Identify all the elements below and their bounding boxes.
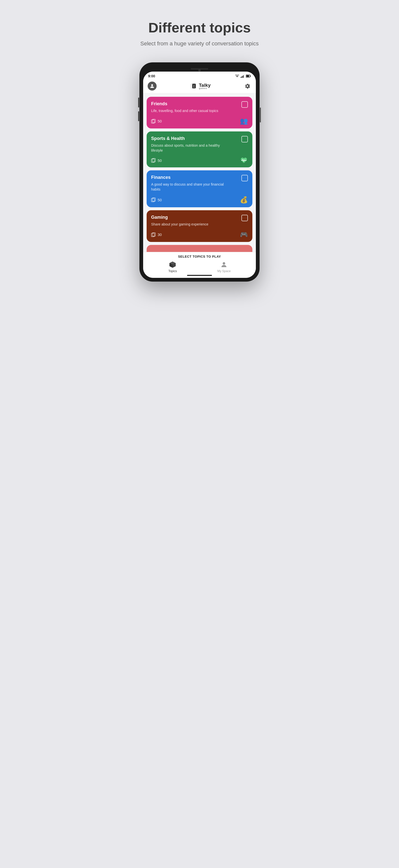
heartbeat-icon bbox=[240, 157, 248, 164]
phone-camera bbox=[198, 69, 201, 71]
topic-desc-sports: Discuss about sports, nutrition and a he… bbox=[151, 143, 231, 153]
signal-icon bbox=[241, 74, 245, 78]
topic-desc-finances: A good way to discuss and share your fin… bbox=[151, 182, 231, 192]
topic-icon-friends: 👥 bbox=[240, 117, 248, 125]
bottom-nav: SELECT TOPICS TO PLAY Topics bbox=[143, 252, 256, 278]
topic-desc-gaming: Share about your gaming experience bbox=[151, 222, 231, 227]
cards-icon bbox=[151, 197, 156, 202]
topic-title-friends: Friends bbox=[151, 101, 248, 106]
power-button bbox=[260, 107, 261, 122]
home-indicator bbox=[187, 275, 212, 276]
logo-icon: [ bbox=[189, 82, 197, 90]
topic-checkbox-finances[interactable] bbox=[241, 175, 248, 181]
settings-button[interactable] bbox=[243, 82, 251, 90]
topic-count-friends: 50 bbox=[151, 119, 162, 123]
status-icons bbox=[235, 74, 251, 78]
nav-tab-myspace-label: My Space bbox=[217, 269, 231, 273]
cards-icon bbox=[151, 232, 156, 237]
page-title: Different topics bbox=[148, 20, 251, 35]
topic-card-sports[interactable]: Sports & Health Discuss about sports, nu… bbox=[147, 131, 252, 167]
topic-count-finances: 50 bbox=[151, 197, 162, 202]
topic-desc-friends: Life, travelling, food and other casual … bbox=[151, 108, 231, 114]
topic-footer-gaming: 30 🎮 bbox=[151, 231, 248, 239]
page-subtitle: Select from a huge variety of conversati… bbox=[141, 39, 258, 48]
topics-nav-icon bbox=[169, 261, 176, 268]
app-header: [ Talky games bbox=[143, 80, 256, 93]
logo-text: Talky games bbox=[199, 82, 211, 90]
battery-icon bbox=[246, 74, 251, 78]
status-bar: 9:00 bbox=[143, 71, 256, 80]
phone-screen: 9:00 bbox=[143, 71, 256, 278]
profile-avatar-button[interactable] bbox=[148, 82, 157, 91]
topics-list: Friends Life, travelling, food and other… bbox=[143, 93, 256, 252]
topic-checkbox-sports[interactable] bbox=[241, 136, 248, 143]
svg-point-7 bbox=[151, 84, 153, 86]
topic-footer-sports: 50 bbox=[151, 157, 248, 164]
cards-icon bbox=[151, 158, 156, 163]
app-logo: [ Talky games bbox=[189, 82, 211, 90]
topic-title-sports: Sports & Health bbox=[151, 136, 248, 141]
select-topics-label: SELECT TOPICS TO PLAY bbox=[143, 255, 256, 258]
topic-checkbox-friends[interactable] bbox=[241, 101, 248, 108]
svg-rect-2 bbox=[243, 75, 244, 78]
wifi-icon bbox=[235, 74, 239, 78]
volume-up-button bbox=[138, 97, 139, 107]
topic-icon-finances: 💰 bbox=[240, 196, 248, 204]
svg-rect-0 bbox=[241, 77, 241, 78]
topic-footer-friends: 50 👥 bbox=[151, 117, 248, 125]
topic-count-sports: 50 bbox=[151, 158, 162, 163]
svg-point-24 bbox=[223, 262, 225, 265]
nav-tabs: Topics My Space bbox=[143, 261, 256, 273]
topic-title-finances: Finances bbox=[151, 175, 248, 180]
topic-count-gaming: 30 bbox=[151, 232, 162, 237]
nav-tab-topics[interactable]: Topics bbox=[168, 261, 177, 273]
phone-shell: 9:00 bbox=[140, 63, 259, 282]
topic-footer-finances: 50 💰 bbox=[151, 196, 248, 204]
volume-down-button bbox=[138, 111, 139, 121]
avatar-icon bbox=[149, 83, 155, 89]
topic-card-gaming[interactable]: Gaming Share about your gaming experienc… bbox=[147, 210, 252, 242]
topic-checkbox-gaming[interactable] bbox=[241, 215, 248, 221]
topic-card-friends[interactable]: Friends Life, travelling, food and other… bbox=[147, 97, 252, 129]
phone-top-bar bbox=[143, 66, 256, 71]
svg-rect-1 bbox=[242, 76, 243, 78]
cards-icon bbox=[151, 119, 156, 123]
topic-icon-gaming: 🎮 bbox=[240, 231, 248, 239]
topic-card-finances[interactable]: Finances A good way to discuss and share… bbox=[147, 170, 252, 207]
nav-tab-topics-label: Topics bbox=[168, 269, 177, 273]
status-time: 9:00 bbox=[148, 74, 155, 78]
myspace-nav-icon bbox=[220, 261, 228, 268]
svg-rect-6 bbox=[250, 75, 251, 76]
svg-rect-3 bbox=[244, 74, 245, 78]
gear-icon bbox=[244, 83, 250, 89]
nav-tab-myspace[interactable]: My Space bbox=[217, 261, 231, 273]
topic-title-gaming: Gaming bbox=[151, 215, 248, 220]
topic-card-partial bbox=[147, 245, 252, 252]
svg-rect-5 bbox=[246, 75, 249, 77]
page-wrapper: Different topics Select from a huge vari… bbox=[110, 10, 289, 281]
